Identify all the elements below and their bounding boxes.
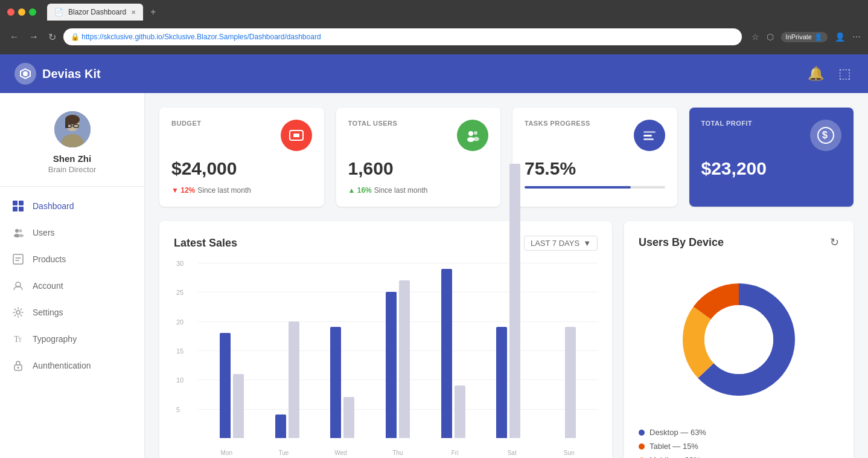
tasks-progress-icon xyxy=(634,120,665,151)
x-label: Tue xyxy=(255,450,313,456)
total-profit-label: TOTAL PROFIT xyxy=(701,120,753,127)
svg-point-25 xyxy=(18,367,19,369)
total-users-icon xyxy=(457,120,488,151)
svg-point-18 xyxy=(19,234,24,237)
browser-dots xyxy=(7,8,36,16)
bar-blue xyxy=(441,269,452,438)
app-layout: Shen Zhi Brain Director Dashboard xyxy=(0,93,868,458)
users-by-device-card: Users By Device ↻ xyxy=(624,221,854,458)
account-label: Account xyxy=(33,281,63,291)
bar-gray xyxy=(455,385,465,438)
svg-rect-13 xyxy=(13,207,18,211)
date-filter-label: LAST 7 DAYS xyxy=(531,239,579,248)
inprivate-label: InPrivate xyxy=(786,33,812,40)
notification-button[interactable]: 🔔 xyxy=(805,63,826,84)
logout-button[interactable]: ⬚ xyxy=(836,63,854,84)
profile-button[interactable]: 👤 xyxy=(835,32,845,42)
progress-bar-fill xyxy=(525,186,631,189)
refresh-button[interactable]: ↻ xyxy=(830,236,839,249)
budget-value: $24,000 xyxy=(171,158,312,179)
total-users-value: 1,600 xyxy=(348,158,489,179)
bar-blue xyxy=(496,327,507,438)
total-users-change-pct: ▲ 16% xyxy=(348,186,372,195)
svg-point-16 xyxy=(19,230,22,233)
bar-gray xyxy=(509,164,520,438)
avatar-image xyxy=(54,111,91,147)
x-label: Sun xyxy=(540,450,598,456)
sidebar-item-products[interactable]: Products xyxy=(0,246,144,273)
progress-bar-container xyxy=(525,186,665,189)
inprivate-badge: InPrivate 👤 xyxy=(781,32,828,42)
chevron-down-icon: ▼ xyxy=(583,239,591,248)
browser-tab[interactable]: 📄 Blazor Dashboard ✕ xyxy=(47,4,143,21)
legend-item: Tablet — 15% xyxy=(639,442,839,451)
svg-rect-35 xyxy=(643,138,654,140)
sidebar-navigation: Dashboard Users xyxy=(0,193,144,379)
total-users-card: TOTAL USERS 1,600 ▲ 16% Since last month xyxy=(336,108,501,207)
new-tab-button[interactable]: + xyxy=(150,7,156,18)
bar-blue xyxy=(330,327,341,438)
sidebar-item-dashboard[interactable]: Dashboard xyxy=(0,193,144,219)
svg-rect-27 xyxy=(293,134,299,137)
bar-chart: 30 25 20 15 10 5 MonTueWedThuFriSatSun xyxy=(174,263,598,456)
browser-chrome: 📄 Blazor Dashboard ✕ + ← → ↻ 🔒 https://s… xyxy=(0,0,868,54)
reload-button[interactable]: ↻ xyxy=(46,29,59,45)
sidebar-item-account[interactable]: Account xyxy=(0,273,144,299)
bookmark-button[interactable]: ☆ xyxy=(752,32,759,42)
logo-area: Devias Kit xyxy=(14,63,805,85)
total-profit-icon: $ xyxy=(810,120,841,151)
total-profit-card: TOTAL PROFIT $ $23,200 xyxy=(689,108,854,207)
budget-change-pct: ▼ 12% xyxy=(171,186,195,195)
back-button[interactable]: ← xyxy=(7,29,22,45)
svg-rect-33 xyxy=(643,131,656,133)
svg-rect-34 xyxy=(643,135,652,137)
authentication-icon xyxy=(12,360,24,372)
legend-label: Tablet — 15% xyxy=(649,442,698,451)
donut-chart-container xyxy=(639,261,839,418)
bar-gray xyxy=(565,327,576,438)
more-button[interactable]: ⋯ xyxy=(852,32,861,42)
bottom-row: Latest Sales LAST 7 DAYS ▼ 30 25 20 15 1… xyxy=(159,221,854,458)
tasks-progress-value: 75.5% xyxy=(525,158,665,179)
svg-point-21 xyxy=(16,311,20,314)
collections-button[interactable]: ⬡ xyxy=(767,32,774,42)
maximize-dot[interactable] xyxy=(29,8,36,16)
typography-icon: T T xyxy=(12,333,24,345)
tab-close-button[interactable]: ✕ xyxy=(131,9,136,16)
svg-point-41 xyxy=(704,305,773,374)
total-users-label: TOTAL USERS xyxy=(348,120,398,127)
settings-label: Settings xyxy=(33,308,63,317)
svg-point-32 xyxy=(473,137,479,141)
forward-button[interactable]: → xyxy=(27,29,41,45)
bar-group xyxy=(370,280,426,438)
typography-label: Typography xyxy=(33,334,77,344)
sidebar-item-users[interactable]: Users xyxy=(0,219,144,246)
legend-label: Mobile — 22% xyxy=(649,456,701,458)
products-label: Products xyxy=(33,254,66,264)
svg-text:$: $ xyxy=(822,130,828,140)
x-label: Wed xyxy=(312,450,369,456)
logo-icon xyxy=(14,63,36,85)
account-icon xyxy=(12,280,24,292)
close-dot[interactable] xyxy=(7,8,14,16)
sidebar-item-authentication[interactable]: Aunthentication xyxy=(0,352,144,379)
sidebar-item-settings[interactable]: Settings xyxy=(0,299,144,326)
total-profit-value: $23,200 xyxy=(701,158,842,179)
url-text: https://skclusive.github.io/Skclusive.Bl… xyxy=(81,33,321,41)
minimize-dot[interactable] xyxy=(18,8,25,16)
bar-gray xyxy=(289,321,299,438)
users-icon xyxy=(12,227,24,239)
latest-sales-card: Latest Sales LAST 7 DAYS ▼ 30 25 20 15 1… xyxy=(159,221,612,458)
bar-gray xyxy=(233,374,244,438)
sidebar-item-typography[interactable]: T T Typography xyxy=(0,326,144,352)
bar-blue xyxy=(220,333,231,438)
main-content: BUDGET $24,000 ▼ 12% Since last month xyxy=(145,93,868,458)
address-bar[interactable]: 🔒 https://skclusive.github.io/Skclusive.… xyxy=(63,28,742,45)
users-label: Users xyxy=(33,228,55,237)
profile-name: Shen Zhi xyxy=(53,153,91,164)
svg-rect-11 xyxy=(13,201,18,205)
bar-gray xyxy=(343,397,354,438)
svg-rect-12 xyxy=(19,201,24,205)
budget-label: BUDGET xyxy=(171,120,201,127)
total-users-change-text: Since last month xyxy=(374,186,428,195)
